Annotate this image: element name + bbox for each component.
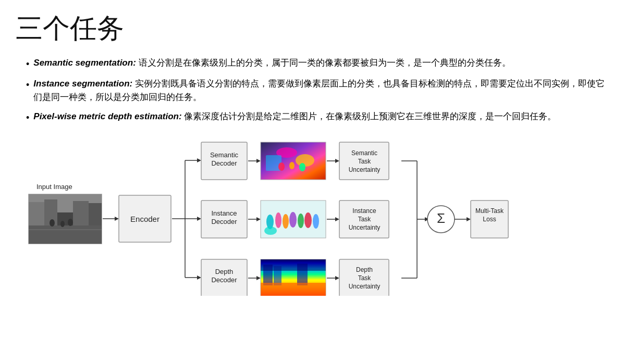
dep-unc-label3: Uncertainty: [349, 283, 381, 290]
bullet-item-semantic: • Semantic segmentation: 语义分割是在像素级别上的分类，…: [26, 56, 609, 72]
instance-decoder-label2: Decoder: [211, 218, 237, 225]
bullet-text-3: Pixel-wise metric depth estimation: 像素深度…: [33, 110, 556, 123]
bullet-text-1: Semantic segmentation: 语义分割是在像素级别上的分类，属于…: [33, 56, 510, 70]
bullet-dot-2: •: [26, 78, 29, 93]
bullet-bold-1: Semantic segmentation:: [33, 58, 136, 68]
loss-label1: Multi-Task: [475, 207, 504, 215]
road: [29, 225, 102, 244]
sem-person1: [278, 162, 285, 171]
arrowhead-inst-out: [256, 217, 261, 221]
bullet-list: • Semantic segmentation: 语义分割是在像素级别上的分类，…: [26, 56, 609, 125]
bldg1: [29, 202, 44, 228]
sigma-label: Σ: [437, 210, 445, 226]
sem-person2: [289, 162, 295, 169]
sem-unc-label1: Semantic: [351, 149, 377, 157]
dep-ground: [261, 283, 326, 296]
dep-unc-label2: Task: [358, 274, 372, 282]
bullet-item-depth: • Pixel-wise metric depth estimation: 像素…: [26, 110, 609, 125]
inst-5: [298, 214, 304, 228]
bullet-bold-2: Instance segmentation:: [33, 79, 132, 89]
sem-shape2: [296, 154, 314, 167]
arrowhead-sem-out: [256, 159, 261, 163]
inst-3: [283, 214, 289, 229]
depth-decoder-label2: Decoder: [211, 276, 237, 284]
arrowhead-depth: [197, 275, 201, 280]
dep-unc-label1: Depth: [356, 266, 373, 273]
bullet-rest-1: 语义分割是在像素级别上的分类，属于同一类的像素都要被归为一类，是一个典型的分类任…: [136, 58, 511, 68]
inst-unc-label3: Uncertainty: [349, 224, 381, 231]
bullet-text-2: Instance segmentation: 实例分割既具备语义分割的特点，需要…: [33, 77, 609, 105]
input-label: Input Image: [36, 183, 72, 191]
person2: [60, 221, 65, 227]
arrowhead-unc1: [335, 159, 339, 163]
encoder-label: Encoder: [130, 215, 160, 223]
bullet-rest-3: 像素深度估计分割是给定二维图片，在像素级别上预测它在三维世界的深度，是一个回归任…: [182, 111, 557, 121]
arrowhead-unc3: [335, 276, 339, 280]
depth-decoder-label1: Depth: [215, 268, 234, 275]
loss-label2: Loss: [483, 216, 496, 223]
instance-decoder-label1: Instance: [211, 209, 237, 217]
page-title: 三个任务: [16, 10, 609, 47]
person1: [50, 219, 55, 227]
sem-unc-label3: Uncertainty: [349, 166, 381, 173]
inst-2: [275, 212, 281, 228]
inst-4: [289, 212, 297, 228]
bldg3: [73, 201, 89, 228]
arrowhead-unc2: [335, 217, 339, 221]
architecture-diagram: Input Image Encoder: [16, 134, 609, 296]
arrowhead-1: [115, 217, 119, 221]
bullet-dot-3: •: [26, 111, 29, 125]
dep-sky: [261, 259, 326, 271]
bullet-item-instance: • Instance segmentation: 实例分割既具备语义分割的特点，…: [26, 77, 609, 105]
bullet-bold-3: Pixel-wise metric depth estimation:: [33, 111, 181, 121]
inst-blob: [264, 227, 277, 235]
sem-unc-label2: Task: [358, 158, 372, 165]
arrowhead-instance: [197, 217, 201, 221]
inst-6: [304, 212, 312, 228]
arrowhead-semantic: [197, 158, 201, 162]
arrowhead-dep-out: [256, 276, 261, 280]
semantic-decoder-label2: Decoder: [211, 159, 237, 167]
arrowhead-loss: [467, 217, 471, 221]
inst-unc-label1: Instance: [352, 207, 376, 215]
inst-unc-label2: Task: [358, 216, 372, 223]
bullet-dot-1: •: [26, 57, 29, 72]
inst-7: [313, 214, 319, 229]
person3: [68, 219, 73, 226]
bldg4: [89, 203, 102, 228]
semantic-decoder-label1: Semantic: [210, 151, 239, 159]
sem-person3: [299, 163, 305, 171]
diagram-svg: Input Image Encoder: [21, 134, 511, 296]
